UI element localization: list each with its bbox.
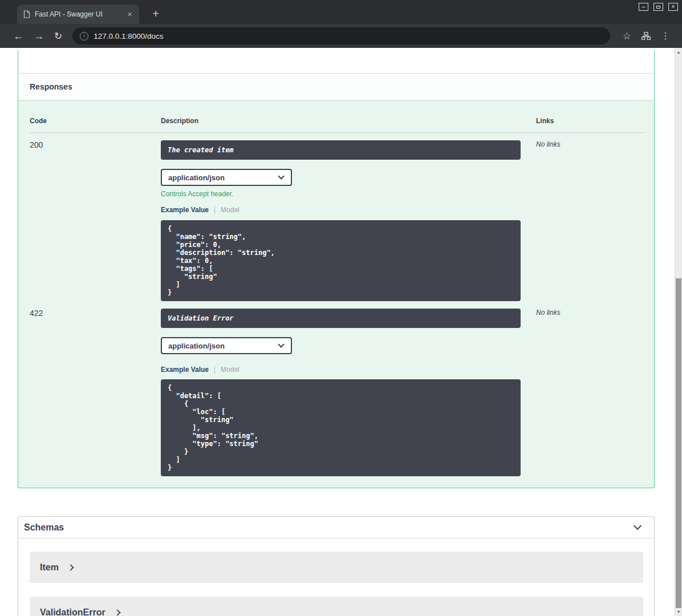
accept-header-note: Controls Accept header. <box>161 190 536 198</box>
responses-header: Responses <box>18 73 654 100</box>
col-header-links: Links <box>536 117 643 125</box>
url-text[interactable]: 127.0.0.1:8000/docs <box>94 32 163 40</box>
tab-model[interactable]: Model <box>221 206 239 214</box>
responses-table: Code Description Links 200 The created i… <box>18 100 654 488</box>
media-type-value: application/json <box>168 342 225 350</box>
titlebar: Fast API - Swagger UI × + – × <box>0 0 682 24</box>
page-content: Responses Code Description Links 200 The… <box>0 48 682 616</box>
sitemap-icon[interactable] <box>642 32 651 40</box>
menu-icon[interactable]: ⋮ <box>661 31 670 40</box>
media-type-select[interactable]: application/json <box>161 337 292 354</box>
response-description-cell: Validation Error application/json Exampl… <box>161 309 536 476</box>
chevron-right-icon <box>67 564 74 570</box>
model-name: ValidationError <box>40 607 105 616</box>
chevron-down-icon[interactable] <box>634 522 642 530</box>
tab-title: Fast API - Swagger UI <box>35 10 120 18</box>
schemas-section: Schemas Item ValidationError <box>18 516 655 616</box>
model-item[interactable]: Item <box>30 552 643 583</box>
scrollbar[interactable]: ▲ ▼ <box>675 48 682 616</box>
example-model-tabs: Example Value Model <box>161 206 536 214</box>
minimize-button[interactable]: – <box>639 3 648 11</box>
close-button[interactable]: × <box>668 3 678 11</box>
maximize-button[interactable] <box>653 3 663 11</box>
example-json-422: { "detail": [ { "loc": [ "string" ], "ms… <box>161 379 521 476</box>
response-code: 200 <box>30 140 161 301</box>
model-name: Item <box>40 562 59 573</box>
tab-divider <box>214 206 215 214</box>
schemas-header[interactable]: Schemas <box>18 517 654 538</box>
chevron-down-icon <box>278 341 284 347</box>
response-code: 422 <box>30 309 161 476</box>
page-favicon-icon <box>23 10 30 18</box>
response-description: The created item <box>161 140 521 160</box>
response-row-422: 422 Validation Error application/json Ex… <box>30 301 643 476</box>
response-description-cell: The created item application/json Contro… <box>161 140 536 301</box>
site-info-icon[interactable]: i <box>80 32 88 40</box>
scroll-down-icon[interactable]: ▼ <box>675 608 682 616</box>
col-header-code: Code <box>30 117 161 125</box>
tab-model[interactable]: Model <box>221 366 239 374</box>
opblock-previous-section <box>18 50 654 73</box>
tab-example-value[interactable]: Example Value <box>161 366 209 374</box>
schemas-body: Item ValidationError <box>18 538 654 616</box>
response-row-200: 200 The created item application/json Co… <box>30 133 643 301</box>
example-model-tabs: Example Value Model <box>161 366 536 374</box>
response-links: No links <box>536 140 643 301</box>
tab-example-value[interactable]: Example Value <box>161 206 209 214</box>
window-controls: – × <box>639 3 678 11</box>
navbar: ← → ↻ i 127.0.0.1:8000/docs ☆ ⋮ <box>0 24 682 48</box>
scrollbar-thumb[interactable] <box>676 278 681 608</box>
bookmark-star-icon[interactable]: ☆ <box>623 31 631 41</box>
tab-close-icon[interactable]: × <box>125 10 135 19</box>
chevron-down-icon <box>278 173 284 179</box>
opblock-responses: Responses Code Description Links 200 The… <box>18 50 655 488</box>
responses-title: Responses <box>30 82 72 91</box>
new-tab-button[interactable]: + <box>149 7 163 21</box>
chevron-right-icon <box>114 609 120 615</box>
media-type-select[interactable]: application/json <box>161 169 292 186</box>
col-header-description: Description <box>161 117 536 125</box>
back-icon[interactable]: ← <box>13 31 23 41</box>
example-json-200: { "name": "string", "price": 0, "descrip… <box>161 220 521 301</box>
response-links: No links <box>536 309 643 476</box>
tab-divider <box>214 366 215 374</box>
model-validationerror[interactable]: ValidationError <box>30 597 643 616</box>
scroll-up-icon[interactable]: ▲ <box>675 48 682 56</box>
url-bar[interactable]: i 127.0.0.1:8000/docs <box>72 27 610 44</box>
response-description: Validation Error <box>161 309 521 328</box>
forward-icon[interactable]: → <box>34 31 44 41</box>
reload-icon[interactable]: ↻ <box>54 31 62 41</box>
browser-tab[interactable]: Fast API - Swagger UI × <box>17 5 139 24</box>
swagger-content: Responses Code Description Links 200 The… <box>0 48 675 616</box>
responses-table-header: Code Description Links <box>30 100 643 133</box>
media-type-value: application/json <box>168 173 225 182</box>
schemas-title: Schemas <box>24 522 64 533</box>
browser-window: Fast API - Swagger UI × + – × ← → ↻ i 12… <box>0 0 682 616</box>
maximize-icon <box>656 6 660 9</box>
